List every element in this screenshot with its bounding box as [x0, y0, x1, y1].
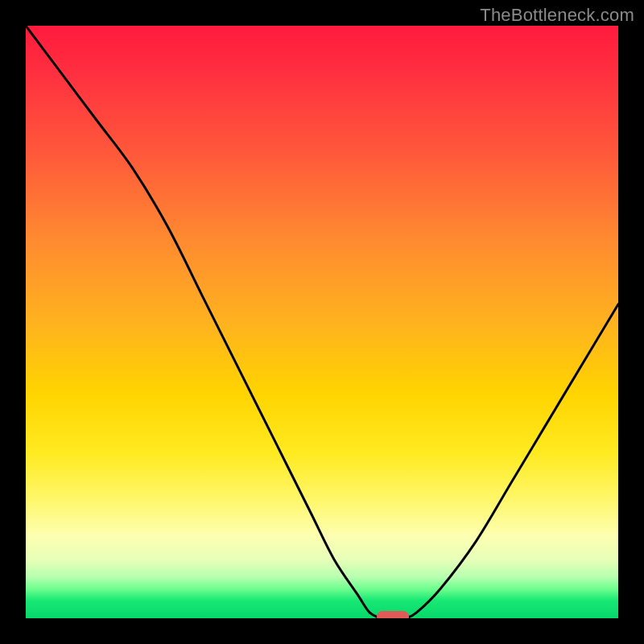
bottleneck-curve [26, 26, 618, 618]
optimal-point-marker [377, 611, 409, 618]
chart-frame: TheBottleneck.com [0, 0, 644, 644]
watermark-text: TheBottleneck.com [480, 5, 634, 26]
plot-area [26, 26, 618, 618]
